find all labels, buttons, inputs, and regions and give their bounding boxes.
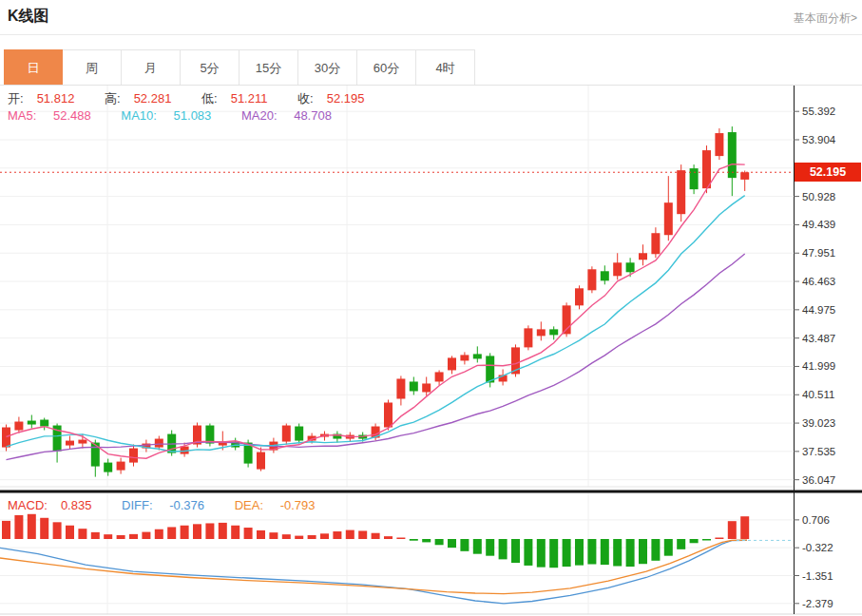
macd-bar [104,534,112,539]
y-axis-label: 49.439 [802,219,835,230]
period-tabs: 日周月5分15分30分60分4时 [4,49,475,86]
macd-bar [511,539,520,563]
macd-bar [410,539,418,541]
page-header: K线图 基本面分析> [0,0,862,35]
candle-body [740,172,749,180]
y-axis-label: -2.379 [802,598,833,609]
candle-body [626,262,635,272]
macd-bar [142,532,150,539]
candle-body [702,150,711,188]
y-axis-label: -0.322 [802,542,833,553]
macd-bar [715,538,723,540]
macd-bar [626,539,635,567]
macd-bar [499,539,508,559]
y-axis-label: 53.904 [802,134,836,145]
y-axis-label: 41.999 [802,360,835,372]
macd-bar [308,535,316,539]
candle-body [91,443,100,467]
macd-bar [91,532,100,539]
period-tab-7[interactable]: 4时 [416,49,475,86]
candle-body [257,452,265,470]
macd-bar [14,515,23,539]
ma5-line [7,164,745,459]
macd-bar [639,539,647,564]
macd-bar [384,536,393,539]
macd-bar [155,529,163,539]
candle-body [435,372,444,381]
y-axis-label: 40.511 [802,389,834,400]
macd-bar [677,539,685,549]
macd-bar [219,523,227,539]
y-axis-label: 37.535 [802,446,835,457]
macd-bar [587,539,596,565]
macd-bar [181,526,189,539]
macd-bar [702,539,711,541]
y-axis-label: 47.951 [802,247,835,259]
y-axis-label: 36.047 [802,474,835,486]
kline-candlestick-chart[interactable]: 55.39253.90450.92849.43947.95146.46344.9… [0,86,862,616]
candle-body [549,329,558,335]
period-tab-6[interactable]: 60分 [357,49,416,86]
macd-bar [66,526,74,539]
y-axis-label: 50.928 [802,191,835,202]
period-tab-1[interactable]: 周 [63,49,122,86]
candle-body [728,132,737,178]
macd-bar [435,539,444,545]
candle-body [486,356,494,382]
candle-body [14,422,23,431]
candle-body [677,170,685,214]
chart-area: 55.39253.90450.92849.43947.95146.46344.9… [0,86,862,616]
fundamental-analysis-link[interactable]: 基本面分析> [794,10,857,27]
candle-body [664,202,673,235]
candle-body [575,288,584,305]
macd-bar [193,524,201,539]
candle-body [155,439,163,448]
macd-bar [333,531,341,539]
macd-bar [549,539,558,568]
candle-body [613,262,622,276]
kline-page: K线图 基本面分析> 日周月5分15分30分60分4时 55.39253.904… [0,0,862,616]
candle-body [104,463,112,472]
candle-body [384,402,393,427]
period-tab-0[interactable]: 日 [4,49,63,86]
y-axis-label: 43.487 [802,333,835,344]
macd-bar [473,539,482,554]
candle-body [66,441,74,446]
macd-bar [282,534,291,539]
y-axis-label: 39.023 [802,417,835,429]
candle-body [282,426,291,442]
candle-body [537,329,546,336]
macd-bar [117,535,125,539]
period-tab-3[interactable]: 5分 [181,49,239,86]
macd-bar [28,514,36,539]
candle-body [473,354,482,358]
macd-bar [728,521,737,539]
candle-body [460,355,469,360]
candle-body [651,233,660,254]
candle-body [295,427,303,441]
macd-bar [167,527,176,539]
macd-bar [601,539,609,565]
period-tab-2[interactable]: 月 [122,49,181,86]
macd-bar [740,516,749,539]
macd-bar [78,529,86,539]
macd-bar [129,534,138,539]
y-axis-label: 46.463 [802,276,835,287]
macd-bar [396,538,405,540]
macd-bar [358,530,367,539]
macd-bar [613,539,622,567]
candle-body [2,428,10,448]
macd-bar [486,539,494,556]
macd-bar [2,521,10,539]
macd-bar [524,539,532,566]
macd-bar [257,530,265,539]
candle-body [524,328,532,347]
candle-body [422,383,431,392]
candle-body [715,133,723,156]
period-tab-5[interactable]: 30分 [298,49,357,86]
macd-bar [53,522,62,539]
period-tab-4[interactable]: 15分 [239,49,298,86]
candle-body [639,253,647,260]
ma10-line [7,196,745,452]
macd-bar [664,539,673,556]
